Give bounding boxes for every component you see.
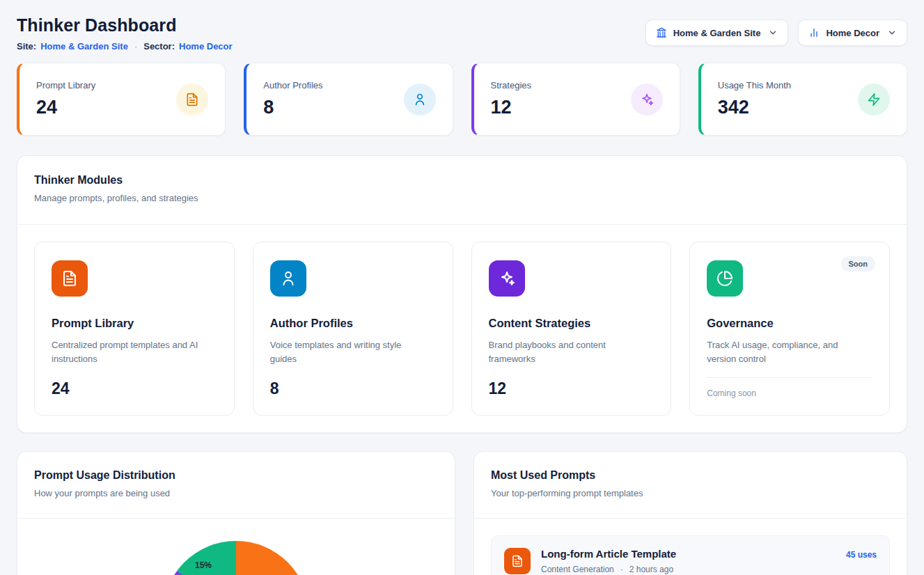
sector-selector-label: Home Decor	[826, 28, 879, 38]
header: Thinker Dashboard Site: Home & Garden Si…	[17, 15, 907, 52]
coming-soon-text: Coming soon	[707, 377, 872, 398]
card-title: Most Used Prompts	[491, 469, 890, 482]
usage-distribution-card: Prompt Usage Distribution How your promp…	[17, 451, 455, 575]
stat-value: 8	[263, 97, 322, 118]
page-title: Thinker Dashboard	[17, 15, 233, 36]
meta-separator: ·	[134, 41, 137, 52]
item-separator: ·	[620, 565, 623, 574]
module-card-governance: Soon Governance Track AI usage, complian…	[689, 242, 890, 416]
section-title: Thinker Modules	[34, 174, 890, 187]
item-time: 2 hours ago	[629, 565, 673, 574]
pie-chart-icon	[707, 260, 743, 297]
item-text: Long-form Article Template Content Gener…	[541, 548, 676, 574]
module-description: Voice templates and writing style guides	[270, 338, 436, 366]
bottom-row: Prompt Usage Distribution How your promp…	[17, 451, 907, 575]
sector-label: Sector:	[143, 41, 175, 52]
building-icon	[656, 27, 667, 38]
item-category: Content Generation	[541, 565, 614, 574]
dashboard-page: Thinker Dashboard Site: Home & Garden Si…	[0, 0, 924, 575]
user-icon	[404, 84, 436, 116]
stat-label: Usage This Month	[718, 80, 791, 90]
most-used-header: Most Used Prompts Your top-performing pr…	[474, 452, 907, 518]
item-title: Long-form Article Template	[541, 548, 676, 560]
module-count: 24	[52, 379, 217, 398]
module-card-prompt-library[interactable]: Prompt Library Centralized prompt templa…	[34, 242, 235, 416]
stat-text: Strategies 12	[491, 80, 532, 118]
module-description: Brand playbooks and content frameworks	[489, 338, 655, 366]
stats-row: Prompt Library 24 Author Profiles 8 Stra…	[17, 63, 907, 136]
stat-label: Author Profiles	[263, 80, 322, 90]
modules-grid: Prompt Library Centralized prompt templa…	[17, 225, 907, 432]
item-uses-badge: 45 uses	[846, 550, 877, 560]
prompt-list: Long-form Article Template Content Gener…	[474, 519, 907, 575]
section-subtitle: Manage prompts, profiles, and strategies	[34, 193, 890, 203]
soon-badge: Soon	[841, 256, 876, 271]
site-selector-dropdown[interactable]: Home & Garden Site	[645, 19, 789, 46]
module-title: Content Strategies	[489, 317, 655, 330]
user-icon	[270, 260, 306, 297]
card-subtitle: How your prompts are being used	[34, 488, 438, 498]
stat-value: 12	[491, 97, 532, 118]
header-left: Thinker Dashboard Site: Home & Garden Si…	[17, 15, 233, 52]
bar-chart-icon	[808, 27, 820, 38]
chevron-down-icon	[768, 28, 778, 38]
module-count: 12	[489, 379, 655, 398]
sector-link[interactable]: Home Decor	[179, 41, 233, 52]
zap-icon	[858, 84, 890, 116]
stat-value: 342	[718, 97, 791, 118]
module-description: Track AI usage, compliance, and version …	[707, 338, 872, 366]
donut-chart: 15%	[163, 541, 309, 575]
breadcrumb: Site: Home & Garden Site · Sector: Home …	[17, 41, 233, 52]
card-subtitle: Your top-performing prompt templates	[491, 488, 890, 498]
header-controls: Home & Garden Site Home Decor	[645, 19, 907, 46]
stat-card-strategies: Strategies 12	[471, 63, 680, 136]
donut-segment-label: 15%	[195, 560, 212, 570]
stat-text: Author Profiles 8	[263, 80, 322, 118]
modules-panel-header: Thinker Modules Manage prompts, profiles…	[17, 156, 907, 224]
modules-panel: Thinker Modules Manage prompts, profiles…	[17, 155, 907, 433]
chevron-down-icon	[887, 28, 897, 38]
sparkles-icon	[489, 260, 525, 297]
module-count: 8	[270, 379, 436, 398]
file-text-icon	[504, 548, 531, 574]
file-text-icon	[176, 84, 208, 116]
site-link[interactable]: Home & Garden Site	[40, 41, 128, 52]
stat-label: Prompt Library	[36, 80, 95, 90]
stat-label: Strategies	[491, 80, 532, 90]
site-label: Site:	[17, 41, 36, 52]
file-text-icon	[52, 260, 88, 297]
module-card-author-profiles[interactable]: Author Profiles Voice templates and writ…	[253, 242, 453, 416]
sector-selector-dropdown[interactable]: Home Decor	[798, 19, 907, 46]
stat-text: Usage This Month 342	[718, 80, 791, 118]
site-selector-label: Home & Garden Site	[673, 28, 761, 38]
stat-card-usage: Usage This Month 342	[698, 63, 907, 136]
sparkles-icon	[631, 84, 663, 116]
stat-text: Prompt Library 24	[36, 80, 95, 118]
stat-value: 24	[36, 97, 95, 118]
donut-chart-area: 15%	[17, 519, 455, 575]
module-title: Prompt Library	[52, 317, 217, 330]
module-description: Centralized prompt templates and AI inst…	[52, 338, 217, 366]
usage-card-header: Prompt Usage Distribution How your promp…	[17, 452, 455, 518]
prompt-list-item[interactable]: Long-form Article Template Content Gener…	[491, 535, 890, 575]
module-title: Author Profiles	[270, 317, 436, 330]
card-title: Prompt Usage Distribution	[34, 469, 438, 482]
module-title: Governance	[707, 317, 872, 330]
module-card-content-strategies[interactable]: Content Strategies Brand playbooks and c…	[471, 242, 672, 416]
most-used-card: Most Used Prompts Your top-performing pr…	[473, 451, 907, 575]
item-meta: Content Generation · 2 hours ago	[541, 565, 676, 574]
stat-card-prompt-library: Prompt Library 24	[17, 63, 226, 136]
stat-card-author-profiles: Author Profiles 8	[244, 63, 453, 136]
